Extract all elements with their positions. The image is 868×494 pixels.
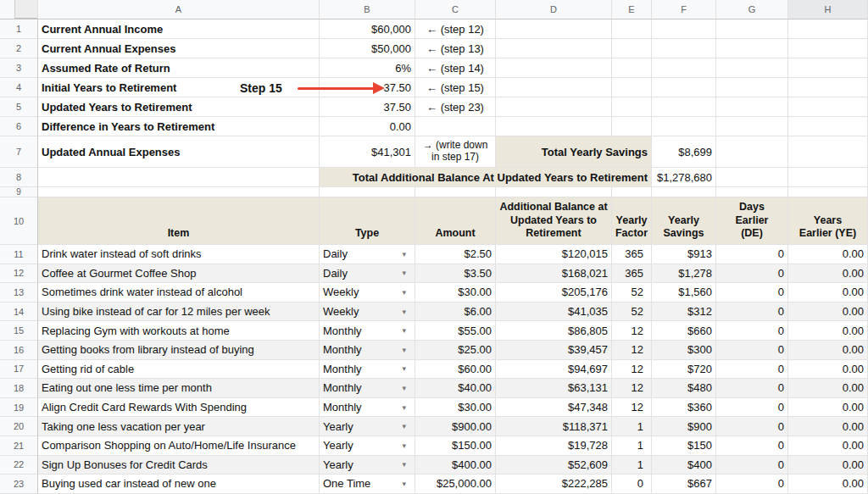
cell-additional-balance[interactable]: $63,131 xyxy=(496,379,612,398)
cell-days-earlier[interactable]: 0 xyxy=(716,264,788,284)
row-number[interactable]: 12 xyxy=(0,264,38,284)
empty-cell[interactable] xyxy=(612,39,652,58)
header-amount[interactable]: Amount xyxy=(415,197,496,245)
cell-yearly-factor[interactable]: 12 xyxy=(612,360,652,380)
row-number[interactable]: 9 xyxy=(0,187,38,197)
cell-additional-balance[interactable]: $47,348 xyxy=(496,398,612,418)
column-header-c[interactable]: C xyxy=(415,0,496,19)
row-number[interactable]: 16 xyxy=(0,341,38,360)
row-number[interactable]: 13 xyxy=(0,283,38,303)
row-number[interactable]: 1 xyxy=(0,19,38,39)
cell-years-earlier[interactable]: 0.00 xyxy=(788,321,868,341)
chevron-down-icon[interactable]: ▾ xyxy=(402,422,411,430)
cell-type-dropdown[interactable]: Monthly▾ xyxy=(320,379,415,398)
cell-item[interactable]: Taking one less vacation per year xyxy=(38,417,320,436)
chevron-down-icon[interactable]: ▾ xyxy=(402,460,411,469)
cell-additional-balance[interactable]: $222,285 xyxy=(496,475,612,494)
cell-additional-balance[interactable]: $94,697 xyxy=(496,360,612,380)
cell-value[interactable]: $50,000 xyxy=(320,39,415,58)
empty-cell[interactable] xyxy=(716,19,788,39)
cell-amount[interactable]: $400.00 xyxy=(415,456,496,475)
empty-cell[interactable] xyxy=(716,97,788,117)
cell-days-earlier[interactable]: 0 xyxy=(716,321,788,341)
cell-additional-balance[interactable]: $118,371 xyxy=(496,417,612,436)
empty-cell[interactable] xyxy=(496,187,612,197)
select-all-corner[interactable] xyxy=(0,0,38,19)
column-header-a[interactable]: A xyxy=(38,0,320,19)
empty-cell[interactable] xyxy=(496,39,612,58)
cell-item[interactable]: Drink water instead of soft drinks xyxy=(38,245,320,264)
empty-cell[interactable] xyxy=(652,39,716,58)
row-number[interactable]: 8 xyxy=(0,168,38,187)
cell-item[interactable]: Replacing Gym with workouts at home xyxy=(38,321,320,341)
cell-value[interactable]: 37.50 xyxy=(320,97,415,117)
empty-cell[interactable] xyxy=(716,168,788,187)
empty-cell[interactable] xyxy=(496,19,612,39)
column-header-h[interactable]: H xyxy=(788,0,868,19)
row-number[interactable]: 21 xyxy=(0,436,38,456)
empty-cell[interactable] xyxy=(612,58,652,78)
empty-cell[interactable] xyxy=(788,117,868,136)
cell-years-earlier[interactable]: 0.00 xyxy=(788,245,868,264)
chevron-down-icon[interactable]: ▾ xyxy=(402,288,411,297)
cell-yearly-savings[interactable]: $667 xyxy=(652,475,716,494)
cell-total-yearly-savings-label[interactable]: Total Yearly Savings xyxy=(496,136,652,168)
cell-total-additional-balance-label[interactable]: Total Additional Balance At Updated Year… xyxy=(320,168,652,187)
cell-years-earlier[interactable]: 0.00 xyxy=(788,398,868,418)
empty-cell[interactable] xyxy=(496,117,612,136)
cell-yearly-factor[interactable]: 365 xyxy=(612,245,652,264)
cell-amount[interactable]: $30.00 xyxy=(415,283,496,303)
cell-additional-balance[interactable]: $86,805 xyxy=(496,321,612,341)
cell-amount[interactable]: $30.00 xyxy=(415,398,496,418)
cell-yearly-savings[interactable]: $913 xyxy=(652,245,716,264)
cell-amount[interactable]: $55.00 xyxy=(415,321,496,341)
empty-cell[interactable] xyxy=(788,97,868,117)
cell-item[interactable]: Sign Up Bonuses for Credit Cards xyxy=(38,456,320,475)
cell-yearly-savings[interactable]: $360 xyxy=(652,398,716,418)
header-years-earlier[interactable]: Years Earlier (YE) xyxy=(788,197,868,245)
chevron-down-icon[interactable]: ▾ xyxy=(402,364,411,373)
cell-yearly-factor[interactable]: 12 xyxy=(612,379,652,398)
empty-cell[interactable] xyxy=(496,58,612,78)
empty-cell[interactable] xyxy=(496,78,612,97)
cell-type-dropdown[interactable]: Monthly▾ xyxy=(320,398,415,418)
cell-yearly-savings[interactable]: $1,278 xyxy=(652,264,716,284)
cell-amount[interactable]: $150.00 xyxy=(415,436,496,456)
empty-cell[interactable] xyxy=(716,136,788,168)
empty-cell[interactable] xyxy=(788,136,868,168)
cell-days-earlier[interactable]: 0 xyxy=(716,341,788,360)
cell-total-additional-balance-value[interactable]: $1,278,680 xyxy=(652,168,716,187)
header-item[interactable]: Item xyxy=(38,197,320,245)
empty-cell[interactable] xyxy=(652,187,716,197)
cell-item[interactable]: Using bike instead of car for 12 miles p… xyxy=(38,303,320,322)
cell-yearly-savings[interactable]: $400 xyxy=(652,456,716,475)
cell-label[interactable]: Difference in Years to Retirement xyxy=(38,117,320,136)
cell-additional-balance[interactable]: $205,176 xyxy=(496,283,612,303)
cell-yearly-savings[interactable]: $480 xyxy=(652,379,716,398)
cell-value[interactable]: 6% xyxy=(320,58,415,78)
empty-cell[interactable] xyxy=(788,39,868,58)
cell-item[interactable]: Getting rid of cable xyxy=(38,360,320,380)
header-yearly-savings[interactable]: Yearly Savings xyxy=(652,197,716,245)
cell-yearly-savings[interactable]: $150 xyxy=(652,436,716,456)
cell-amount[interactable]: $40.00 xyxy=(415,379,496,398)
empty-cell[interactable] xyxy=(612,97,652,117)
cell-item[interactable]: Sometimes drink water instead of alcohol xyxy=(38,283,320,303)
empty-cell[interactable] xyxy=(788,168,868,187)
cell-type-dropdown[interactable]: Yearly▾ xyxy=(320,436,415,456)
cell-yearly-savings[interactable]: $900 xyxy=(652,417,716,436)
row-number[interactable]: 7 xyxy=(0,136,38,168)
cell-label[interactable]: Current Annual Income xyxy=(38,19,320,39)
empty-cell[interactable] xyxy=(38,187,320,197)
empty-cell[interactable] xyxy=(612,187,652,197)
cell-yearly-factor[interactable]: 1 xyxy=(612,417,652,436)
row-number[interactable]: 3 xyxy=(0,58,38,78)
cell-type-dropdown[interactable]: Monthly▾ xyxy=(320,360,415,380)
cell-amount[interactable]: $25.00 xyxy=(415,341,496,360)
row-number[interactable]: 23 xyxy=(0,475,38,494)
cell-yearly-savings[interactable]: $312 xyxy=(652,303,716,322)
chevron-down-icon[interactable]: ▾ xyxy=(402,250,411,258)
chevron-down-icon[interactable]: ▾ xyxy=(402,308,411,316)
row-number[interactable]: 17 xyxy=(0,360,38,380)
row-number[interactable]: 14 xyxy=(0,303,38,322)
